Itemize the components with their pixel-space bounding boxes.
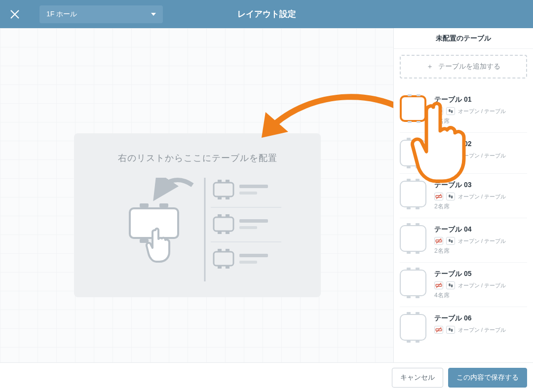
svg-rect-25 [218,266,222,269]
svg-rect-7 [218,180,222,182]
table-type: オープン / テーブル [458,237,506,245]
table-type: オープン / テーブル [458,193,506,200]
no-smoking-icon [434,237,443,245]
footprints-icon [446,107,455,115]
table-thumb-icon [400,225,426,252]
table-name: テーブル 02 [434,140,527,149]
svg-rect-18 [226,232,229,234]
table-seats: 2名席 [434,202,527,211]
table-name: テーブル 01 [434,95,527,104]
svg-point-32 [451,110,453,113]
svg-rect-20 [239,226,257,229]
svg-point-39 [449,195,451,197]
close-icon [9,8,21,20]
table-type: オープン / テーブル [458,108,506,115]
table-row[interactable]: テーブル 05 オープン / テーブル 4名席 [400,263,527,307]
no-smoking-icon [434,326,443,334]
add-table-button[interactable]: ＋ テーブルを追加する [400,55,527,78]
svg-rect-1 [140,203,149,207]
header: 1F ホール レイアウト設定 [0,0,533,28]
svg-point-40 [451,196,453,198]
svg-rect-15 [218,214,222,217]
footprints-icon [446,281,455,289]
list-illustration [200,178,284,281]
table-seats: 2名席 [434,247,527,255]
svg-rect-27 [239,254,268,257]
table-type: オープン / テーブル [458,326,506,334]
footprints-icon [446,193,455,200]
table-name: テーブル 03 [434,181,527,190]
sidebar-title: 未配置のテーブル [394,28,533,49]
svg-point-36 [451,155,453,157]
svg-rect-9 [218,197,222,199]
table-name: テーブル 06 [434,314,527,323]
svg-line-38 [436,194,441,199]
footprints-icon [446,326,455,334]
save-button[interactable]: この内容で保存する [448,368,527,388]
footprints-icon [446,237,455,245]
svg-point-51 [449,328,451,331]
page-title: レイアウト設定 [237,8,296,20]
cancel-label: キャンセル [400,373,435,382]
table-thumb-icon [400,140,426,166]
floor-select-label: 1F ホール [46,10,77,19]
table-row[interactable]: テーブル 02 オープン / テーブル [400,133,527,174]
table-thumb-icon [400,95,426,122]
table-list: テーブル 01 オープン / テーブル 2名席 [400,88,527,348]
svg-rect-6 [214,183,233,196]
svg-point-47 [449,283,451,286]
close-button[interactable] [0,0,30,28]
svg-rect-8 [226,180,229,182]
table-seats: 2名席 [434,117,527,125]
svg-rect-24 [226,249,229,251]
svg-point-44 [451,240,453,243]
no-smoking-icon [434,193,443,200]
table-row[interactable]: テーブル 06 オープン / テーブル [400,307,527,348]
table-seats: 4名席 [434,291,527,300]
table-row[interactable]: テーブル 03 オープン / テーブル 2名席 [400,174,527,218]
table-row[interactable]: テーブル 01 オープン / テーブル 2名席 [400,88,527,133]
plus-icon: ＋ [426,62,433,71]
svg-point-35 [449,154,451,157]
drag-table-illustration [111,178,200,276]
svg-line-30 [436,109,441,114]
floor-select[interactable]: 1F ホール [39,5,163,23]
svg-rect-26 [226,266,229,269]
save-label: この内容で保存する [457,373,519,382]
svg-rect-23 [218,249,222,251]
svg-line-34 [436,153,441,158]
no-smoking-icon [434,107,443,115]
svg-rect-12 [239,192,257,195]
svg-point-31 [449,109,451,112]
svg-rect-10 [226,197,229,199]
svg-rect-19 [239,219,268,223]
no-smoking-icon [434,152,443,159]
footer: キャンセル この内容で保存する [0,362,533,392]
table-thumb-icon [400,181,426,207]
table-type: オープン / テーブル [458,282,506,289]
add-table-label: テーブルを追加する [438,62,500,71]
svg-line-50 [436,327,441,332]
sidebar: 未配置のテーブル ＋ テーブルを追加する テーブル 01 [394,28,533,362]
svg-rect-28 [239,261,257,264]
table-thumb-icon [400,314,426,341]
table-name: テーブル 05 [434,270,527,278]
table-name: テーブル 04 [434,225,527,234]
svg-rect-14 [214,217,233,231]
layout-canvas[interactable]: 右のリストからここにテーブルを配置 [0,28,394,362]
svg-point-43 [449,239,451,242]
svg-rect-17 [218,232,222,234]
placeholder-text: 右のリストからここにテーブルを配置 [118,152,277,164]
cancel-button[interactable]: キャンセル [392,368,443,388]
chevron-down-icon [151,13,156,16]
footprints-icon [446,152,455,159]
placeholder-illustration [111,178,284,281]
no-smoking-icon [434,281,443,289]
svg-point-52 [451,329,453,332]
svg-rect-22 [214,252,233,266]
table-type: オープン / テーブル [458,152,506,159]
svg-rect-2 [159,203,168,207]
svg-line-42 [436,238,441,243]
table-row[interactable]: テーブル 04 オープン / テーブル 2名席 [400,218,527,263]
svg-rect-11 [239,185,268,188]
